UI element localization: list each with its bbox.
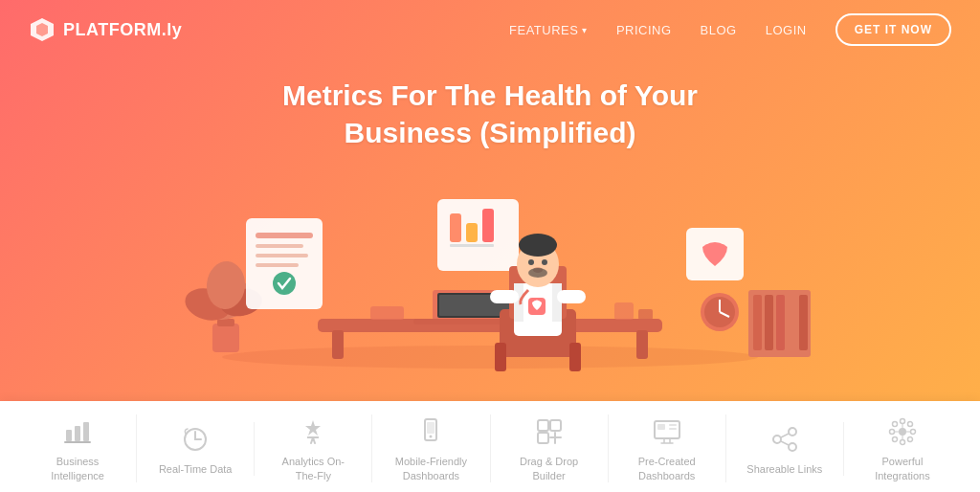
svg-rect-11	[256, 244, 303, 248]
svg-rect-56	[638, 309, 653, 320]
feature-analytics: Analytics On-The-Fly	[255, 414, 372, 482]
svg-point-36	[528, 259, 534, 265]
bi-icon	[60, 414, 95, 449]
svg-rect-22	[636, 330, 648, 359]
logo-text: PLATFORM.ly	[63, 20, 182, 40]
svg-point-39	[528, 268, 547, 278]
svg-rect-13	[256, 263, 299, 267]
svg-rect-10	[256, 233, 313, 238]
svg-rect-19	[450, 244, 494, 247]
svg-point-64	[430, 436, 433, 438]
svg-point-82	[892, 422, 897, 427]
logo-icon	[29, 16, 56, 43]
hero-section: Metrics For The Health of Your Business …	[0, 59, 980, 151]
feature-label-dd: Drag & DropBuilder	[520, 455, 578, 482]
svg-point-37	[542, 259, 547, 265]
nav-blog[interactable]: BLOG	[701, 23, 737, 37]
svg-rect-71	[669, 428, 677, 430]
logo: PLATFORM.ly	[29, 16, 182, 43]
hero-title-line2: Business (Simplified)	[344, 117, 635, 148]
feature-label-rt: Real-Time Data	[159, 462, 233, 476]
svg-point-73	[773, 436, 781, 443]
nav-login[interactable]: LOGIN	[766, 23, 807, 37]
svg-rect-58	[75, 426, 80, 441]
svg-point-35	[519, 234, 557, 257]
svg-rect-63	[427, 422, 434, 434]
features-bar: BusinessIntelligence Real-Time Data Anal…	[0, 401, 980, 492]
svg-line-75	[781, 434, 789, 437]
hero-title: Metrics For The Health of Your Business …	[19, 77, 961, 151]
svg-rect-30	[569, 343, 581, 371]
svg-rect-17	[466, 223, 478, 242]
feature-label-pc: Pre-CreatedDashboards	[638, 455, 696, 482]
nav-pricing[interactable]: PRICING	[616, 23, 672, 37]
hero-title-line1: Metrics For The Health of Your	[282, 79, 698, 111]
svg-rect-21	[332, 330, 344, 359]
svg-point-74	[789, 443, 796, 451]
feature-realtime-data: Real-Time Data	[137, 422, 255, 476]
svg-rect-41	[490, 290, 519, 303]
svg-rect-46	[765, 295, 773, 350]
svg-line-76	[781, 441, 789, 445]
svg-rect-45	[753, 295, 762, 350]
feature-label-sl: Shareable Links	[746, 462, 822, 476]
feature-drag-drop: Drag & DropBuilder	[491, 414, 609, 482]
dd-icon	[532, 414, 567, 449]
svg-rect-47	[776, 295, 785, 350]
svg-point-85	[907, 422, 912, 427]
svg-rect-66	[550, 420, 561, 431]
get-it-now-button[interactable]: GET IT NOW	[835, 13, 951, 46]
an-icon	[296, 414, 330, 449]
svg-rect-4	[217, 319, 234, 326]
svg-rect-12	[256, 254, 308, 257]
feature-label-an: Analytics On-The-Fly	[282, 455, 345, 482]
sl-icon	[768, 422, 802, 457]
svg-rect-54	[370, 306, 404, 320]
svg-rect-15	[437, 199, 519, 271]
feature-label-bi: BusinessIntelligence	[51, 455, 104, 482]
svg-rect-18	[482, 209, 494, 242]
navbar: PLATFORM.ly FEATURES PRICING BLOG LOGIN …	[0, 0, 980, 59]
scene-svg	[155, 142, 825, 371]
illustration-scene	[0, 142, 980, 391]
svg-point-83	[907, 437, 912, 442]
svg-point-77	[899, 428, 906, 436]
svg-point-2	[222, 346, 758, 369]
svg-rect-48	[788, 295, 796, 350]
svg-point-80	[889, 430, 894, 435]
svg-rect-16	[450, 213, 461, 242]
feature-shareable: Shareable Links	[726, 422, 844, 476]
svg-point-81	[910, 430, 915, 435]
svg-point-14	[273, 272, 296, 295]
nav-features[interactable]: FEATURES	[509, 23, 588, 37]
svg-rect-68	[655, 421, 679, 438]
pi-icon	[885, 414, 920, 449]
feature-pre-created: Pre-CreatedDashboards	[609, 414, 726, 482]
svg-rect-29	[495, 343, 506, 371]
feature-integrations: PowerfulIntegrations	[844, 414, 961, 482]
svg-rect-60	[64, 441, 91, 443]
svg-point-78	[900, 419, 904, 424]
svg-rect-70	[669, 424, 677, 426]
feature-label-mo: Mobile-FriendlyDashboards	[395, 455, 467, 482]
feature-label-pi: PowerfulIntegrations	[875, 455, 929, 482]
svg-rect-42	[557, 290, 586, 303]
svg-rect-67	[538, 433, 548, 443]
svg-rect-59	[83, 422, 89, 441]
pc-icon	[650, 414, 684, 449]
svg-rect-55	[614, 302, 634, 320]
svg-rect-49	[799, 295, 808, 350]
svg-rect-3	[212, 324, 239, 352]
svg-rect-69	[657, 424, 665, 430]
mo-icon	[413, 414, 448, 449]
rt-icon	[178, 422, 212, 457]
nav-links: FEATURES PRICING BLOG LOGIN GET IT NOW	[509, 13, 951, 46]
feature-mobile: Mobile-FriendlyDashboards	[372, 414, 490, 482]
svg-point-84	[892, 437, 897, 442]
feature-business-intelligence: BusinessIntelligence	[19, 414, 137, 482]
svg-point-79	[900, 440, 904, 445]
svg-rect-57	[66, 430, 72, 441]
svg-point-72	[789, 428, 796, 436]
svg-rect-65	[538, 420, 548, 431]
